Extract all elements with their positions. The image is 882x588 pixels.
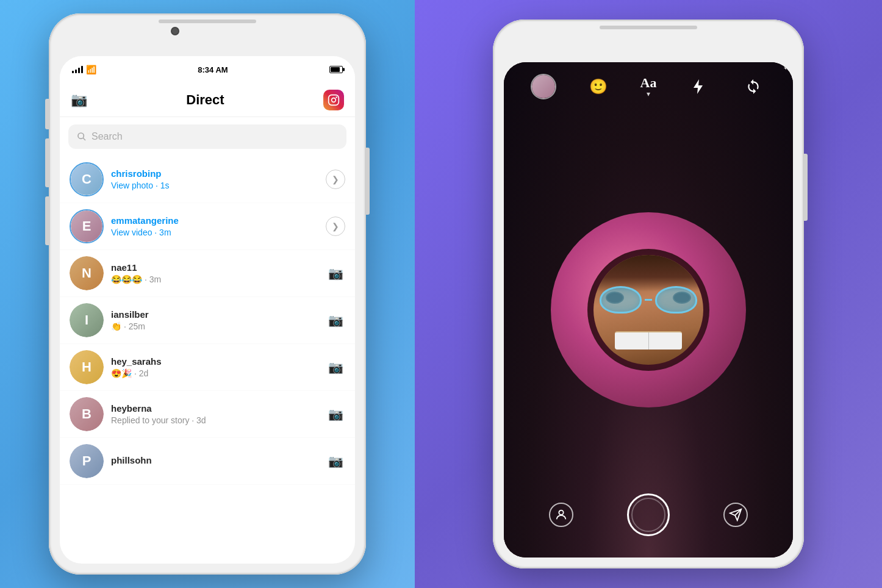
list-item[interactable]: C chrisrobinp View photo · 1s ❯ <box>60 156 355 203</box>
username-label: heyberna <box>111 403 318 414</box>
arrow-circle-icon[interactable]: ❯ <box>326 170 345 189</box>
teeth-gap <box>648 332 649 350</box>
message-content: chrisrobinp View photo · 1s <box>111 168 318 190</box>
username-label: chrisrobinp <box>111 168 318 179</box>
shutter-button[interactable] <box>627 493 670 536</box>
username-label: emmatangerine <box>111 215 318 226</box>
face-skin <box>593 255 703 365</box>
right-phone: 🙂 ✦ Aa ▾ <box>493 20 804 568</box>
avatar: N <box>70 256 104 290</box>
list-item[interactable]: N nae11 😂😂😂 · 3m 📷 <box>60 250 355 297</box>
user-avatar-mini <box>532 75 555 98</box>
left-phone: 📶 8:34 AM 📷 Direct <box>49 13 366 575</box>
teeth <box>615 331 682 350</box>
message-content: emmatangerine View video · 3m <box>111 215 318 237</box>
username-label: nae11 <box>111 262 318 273</box>
camera-icon[interactable]: 📷 <box>326 310 345 330</box>
instagram-icon[interactable] <box>323 90 344 110</box>
arrow-circle-icon[interactable]: ❯ <box>326 217 345 236</box>
status-bar: 📶 8:34 AM <box>60 56 355 83</box>
camera-icon[interactable]: 📷 <box>326 357 345 377</box>
svg-rect-0 <box>329 95 339 105</box>
left-panel: 📶 8:34 AM 📷 Direct <box>0 0 415 588</box>
camera-bottom-bar <box>504 484 793 558</box>
avatar: P <box>70 444 104 478</box>
search-bar[interactable]: Search <box>68 124 346 149</box>
header-title: Direct <box>186 92 224 108</box>
status-time: 8:34 AM <box>198 65 228 74</box>
right-panel: 🙂 ✦ Aa ▾ <box>415 0 882 588</box>
message-preview: 😍🎉 · 2d <box>111 368 318 378</box>
message-content: iansilber 👏 · 25m <box>111 309 318 331</box>
profile-icon <box>554 508 568 522</box>
send-btn[interactable] <box>723 503 748 527</box>
status-left: 📶 <box>72 65 96 74</box>
sunglasses <box>600 284 697 315</box>
svg-point-5 <box>559 511 563 515</box>
camera-icon[interactable]: 📷 <box>326 264 345 283</box>
sunglass-right <box>655 286 697 314</box>
phone-camera <box>171 27 179 35</box>
rotate-camera-btn[interactable] <box>740 74 766 99</box>
svg-point-2 <box>335 96 337 98</box>
message-content: phillsohn <box>111 455 318 467</box>
message-preview: 👏 · 25m <box>111 321 318 331</box>
svg-line-4 <box>83 138 85 140</box>
svg-point-3 <box>78 133 84 138</box>
camera-icon[interactable]: 📷 <box>326 451 345 471</box>
camera-image: 🙂 ✦ Aa ▾ <box>504 62 793 558</box>
mouth-inner <box>587 249 709 371</box>
list-item[interactable]: H hey_sarahs 😍🎉 · 2d 📷 <box>60 344 355 391</box>
camera-top-bar: 🙂 ✦ Aa ▾ <box>504 62 793 105</box>
send-icon <box>729 508 742 522</box>
list-item[interactable]: P phillsohn 📷 <box>60 438 355 485</box>
sunglass-bridge <box>645 299 652 301</box>
shutter-inner <box>631 498 665 532</box>
list-item[interactable]: E emmatangerine View video · 3m ❯ <box>60 203 355 250</box>
avatar: H <box>70 350 104 384</box>
search-icon <box>77 132 87 142</box>
list-item[interactable]: I iansilber 👏 · 25m 📷 <box>60 297 355 344</box>
emoji-filter-icon: 🙂 <box>589 78 608 95</box>
flash-btn[interactable] <box>686 74 711 99</box>
avatar: B <box>70 397 104 431</box>
username-label: hey_sarahs <box>111 356 318 367</box>
list-item[interactable]: B heyberna Replied to your story · 3d 📷 <box>60 391 355 438</box>
svg-point-1 <box>332 98 336 102</box>
avatar: E <box>70 209 104 243</box>
avatar: I <box>70 303 104 337</box>
text-tool-arrow: ▾ <box>647 90 650 98</box>
message-content: heyberna Replied to your story · 3d <box>111 403 318 425</box>
avatar: C <box>70 162 104 196</box>
username-label: iansilber <box>111 309 318 320</box>
battery-icon <box>329 66 343 73</box>
message-list: C chrisrobinp View photo · 1s ❯ E emmata… <box>60 156 355 485</box>
text-tool-btn[interactable]: Aa ▾ <box>640 75 657 98</box>
signal-bars <box>72 66 83 73</box>
sunglass-left <box>600 286 642 314</box>
rotate-icon <box>745 79 761 95</box>
camera-icon[interactable]: 📷 <box>326 404 345 424</box>
user-story-thumbnail[interactable] <box>531 74 556 99</box>
lips-art <box>551 212 746 407</box>
message-content: hey_sarahs 😍🎉 · 2d <box>111 356 318 378</box>
message-preview: View photo · 1s <box>111 181 318 190</box>
search-placeholder: Search <box>91 131 123 142</box>
message-preview: View video · 3m <box>111 228 318 237</box>
lightning-icon <box>691 78 706 95</box>
phone-screen-right: 🙂 ✦ Aa ▾ <box>504 62 793 558</box>
text-tool-label: Aa <box>640 75 657 91</box>
face-art-container <box>504 62 793 558</box>
message-preview: 😂😂😂 · 3m <box>111 274 318 284</box>
header-camera-icon[interactable]: 📷 <box>71 92 87 108</box>
message-content: nae11 😂😂😂 · 3m <box>111 262 318 284</box>
message-preview: Replied to your story · 3d <box>111 415 318 425</box>
emoji-filter-btn[interactable]: 🙂 ✦ <box>586 74 611 99</box>
phone-screen-left: 📶 8:34 AM 📷 Direct <box>60 56 355 564</box>
wifi-icon: 📶 <box>86 65 96 74</box>
app-header: 📷 Direct <box>60 83 355 117</box>
username-label: phillsohn <box>111 455 318 465</box>
profile-btn[interactable] <box>549 503 573 527</box>
